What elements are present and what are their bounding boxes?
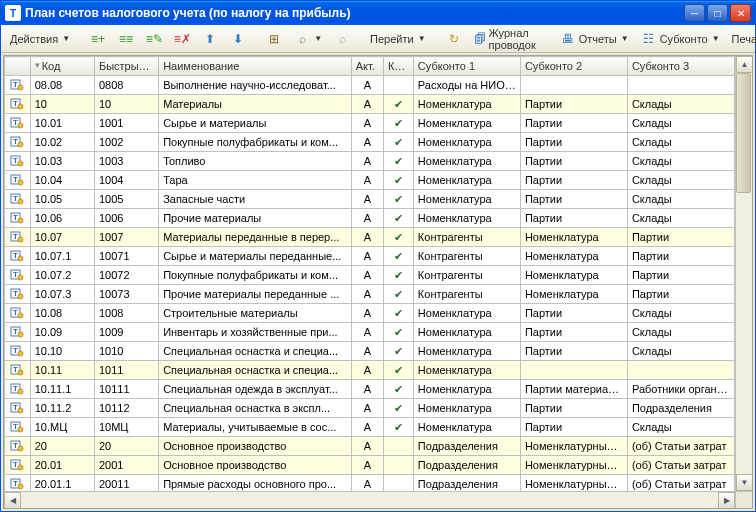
table-row[interactable]: T10.11.110111Специальная одежда в эксплу… xyxy=(5,380,735,399)
table-row[interactable]: T2020Основное производствоАПодразделения… xyxy=(5,437,735,456)
col-header-akt[interactable]: Акт. xyxy=(351,57,383,76)
table-row[interactable]: T20.012001Основное производствоАПодразде… xyxy=(5,456,735,475)
cell-sub2: Партии xyxy=(520,114,627,133)
col-header-kod[interactable]: ▾Код xyxy=(30,57,94,76)
table-row[interactable]: T10.07.210072Покупные полуфабрикаты и ко… xyxy=(5,266,735,285)
scroll-track-h[interactable] xyxy=(21,492,718,508)
scroll-track[interactable] xyxy=(736,73,752,474)
svg-text:T: T xyxy=(13,460,18,469)
cell-akt: А xyxy=(351,380,383,399)
cell-fast: 10073 xyxy=(94,285,158,304)
scroll-thumb[interactable] xyxy=(736,73,751,193)
svg-point-11 xyxy=(18,142,23,147)
cell-akt: А xyxy=(351,152,383,171)
add-button[interactable]: ≡+ xyxy=(85,28,111,50)
cell-name: Специальная одежда в эксплуат... xyxy=(159,380,352,399)
cell-akt: А xyxy=(351,76,383,95)
cell-sub3: (об) Статьи затрат xyxy=(627,456,734,475)
table-row[interactable]: T10.МЦ10МЦМатериалы, учитываемые в сос..… xyxy=(5,418,735,437)
check-icon: ✔ xyxy=(394,117,403,129)
move-up-button[interactable]: ⬆ xyxy=(197,28,223,50)
cell-fast: 1009 xyxy=(94,323,158,342)
journal-icon: 🗐 xyxy=(474,31,486,47)
svg-text:T: T xyxy=(13,289,18,298)
cell-fast: 1002 xyxy=(94,133,158,152)
scroll-up-button[interactable]: ▲ xyxy=(736,56,752,73)
cell-sub3: Склады xyxy=(627,133,734,152)
cell-akt: А xyxy=(351,342,383,361)
horizontal-scrollbar[interactable]: ◀ ▶ xyxy=(4,491,752,508)
cell-kod: 10.06 xyxy=(30,209,94,228)
cell-icon: T xyxy=(5,418,31,437)
actions-menu[interactable]: Действия▼ xyxy=(5,28,75,50)
go-menu[interactable]: Перейти▼ xyxy=(365,28,431,50)
table-row[interactable]: T10.041004ТараА✔НоменклатураПартииСклады xyxy=(5,171,735,190)
svg-point-47 xyxy=(18,370,23,375)
subkonto-menu[interactable]: ☷Субконто▼ xyxy=(636,28,725,50)
table-row[interactable]: T10.011001Сырье и материалыА✔Номенклатур… xyxy=(5,114,735,133)
cell-sub1: Номенклатура xyxy=(413,361,520,380)
maximize-button[interactable]: □ xyxy=(707,4,728,22)
svg-text:T: T xyxy=(13,251,18,260)
svg-text:T: T xyxy=(13,232,18,241)
close-button[interactable]: ✕ xyxy=(730,4,751,22)
app-window: T План счетов налогового учета (по налог… xyxy=(0,0,756,512)
cell-kol xyxy=(383,437,413,456)
move-down-button[interactable]: ⬇ xyxy=(225,28,251,50)
cell-sub1: Номенклатура xyxy=(413,304,520,323)
col-header-icon[interactable] xyxy=(5,57,31,76)
hierarchy-button[interactable]: ⊞ xyxy=(261,28,287,50)
filter-off-button[interactable]: ⌕ xyxy=(329,28,355,50)
filter-icon: ⌕ xyxy=(294,31,310,47)
edit-button[interactable]: ≡✎ xyxy=(141,28,167,50)
table-row[interactable]: T10.101010Специальная оснастка и специа.… xyxy=(5,342,735,361)
col-header-sub3[interactable]: Субконто 3 xyxy=(627,57,734,76)
cell-sub3: Партии xyxy=(627,228,734,247)
filter-button[interactable]: ⌕▼ xyxy=(289,28,327,50)
cell-sub2: Партии xyxy=(520,95,627,114)
table-row[interactable]: T10.111011Специальная оснастка и специа.… xyxy=(5,361,735,380)
cell-fast: 2001 xyxy=(94,456,158,475)
cell-sub3: Партии xyxy=(627,247,734,266)
table-row[interactable]: T10.11.210112Специальная оснастка в эксп… xyxy=(5,399,735,418)
scroll-right-button[interactable]: ▶ xyxy=(718,492,735,509)
col-header-fast[interactable]: Быстрый ... xyxy=(94,57,158,76)
cell-sub3: Склады xyxy=(627,304,734,323)
cell-kod: 10.04 xyxy=(30,171,94,190)
add-copy-button[interactable]: ≡≡ xyxy=(113,28,139,50)
cell-kol: ✔ xyxy=(383,209,413,228)
cell-name: Инвентарь и хозяйственные при... xyxy=(159,323,352,342)
minimize-button[interactable]: ─ xyxy=(684,4,705,22)
scroll-left-button[interactable]: ◀ xyxy=(4,492,21,509)
reports-menu[interactable]: 🖶Отчеты▼ xyxy=(555,28,634,50)
table-row[interactable]: T10.021002Покупные полуфабрикаты и ком..… xyxy=(5,133,735,152)
cell-fast: 1004 xyxy=(94,171,158,190)
table-row[interactable]: T1010МатериалыА✔НоменклатураПартииСклады xyxy=(5,95,735,114)
table-row[interactable]: T10.091009Инвентарь и хозяйственные при.… xyxy=(5,323,735,342)
table-row[interactable]: T20.01.120011Прямые расходы основного пр… xyxy=(5,475,735,492)
table-row[interactable]: T10.07.110071Сырье и материалы переданны… xyxy=(5,247,735,266)
table-row[interactable]: T10.071007Материалы переданные в перер..… xyxy=(5,228,735,247)
table-row[interactable]: T10.061006Прочие материалыА✔Номенклатура… xyxy=(5,209,735,228)
col-header-sub1[interactable]: Субконто 1 xyxy=(413,57,520,76)
col-header-sub2[interactable]: Субконто 2 xyxy=(520,57,627,76)
cell-sub3: (об) Статьи затрат xyxy=(627,475,734,492)
table-row[interactable]: T08.080808Выполнение научно-исследоват..… xyxy=(5,76,735,95)
delete-button[interactable]: ≡✗ xyxy=(169,28,195,50)
table-row[interactable]: T10.07.310073Прочие материалы переданные… xyxy=(5,285,735,304)
edit-icon: ≡✎ xyxy=(146,31,162,47)
vertical-scrollbar[interactable]: ▲ ▼ xyxy=(735,56,752,491)
col-header-kol[interactable]: Кол. xyxy=(383,57,413,76)
scroll-corner xyxy=(735,492,752,509)
journal-button[interactable]: 🗐Журнал проводок xyxy=(469,28,545,50)
print-menu[interactable]: Печать▼ xyxy=(727,28,756,50)
svg-point-17 xyxy=(18,180,23,185)
scroll-down-button[interactable]: ▼ xyxy=(736,474,752,491)
col-header-name[interactable]: Наименование xyxy=(159,57,352,76)
table-row[interactable]: T10.081008Строительные материалыА✔Номенк… xyxy=(5,304,735,323)
cell-kod: 10.09 xyxy=(30,323,94,342)
table-row[interactable]: T10.031003ТопливоА✔НоменклатураПартииСкл… xyxy=(5,152,735,171)
refresh-button[interactable]: ↻ xyxy=(441,28,467,50)
table-row[interactable]: T10.051005Запасные частиА✔НоменклатураПа… xyxy=(5,190,735,209)
cell-fast: 1010 xyxy=(94,342,158,361)
